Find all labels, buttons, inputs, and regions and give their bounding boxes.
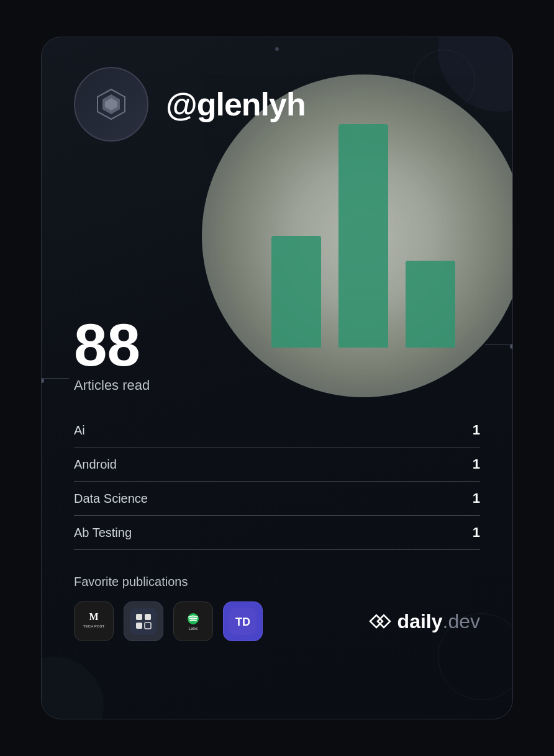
dev-word: .dev	[443, 610, 480, 633]
svg-rect-8	[145, 614, 151, 620]
topic-count-ai: 1	[473, 422, 480, 438]
svg-rect-6	[130, 608, 157, 635]
topic-count-android: 1	[473, 456, 480, 472]
side-dot-left	[41, 378, 44, 383]
articles-label: Articles read	[74, 377, 480, 394]
profile-header: @glenlyh	[74, 67, 480, 142]
publications-label: Favorite publications	[74, 575, 480, 589]
topic-item-data-science: Data Science 1	[74, 482, 480, 516]
top-center-dot	[275, 47, 279, 51]
profile-card: @glenlyh 88 Articles read Ai 1 Android 1…	[41, 37, 513, 719]
svg-text:TD: TD	[235, 616, 250, 628]
svg-text:M: M	[89, 611, 98, 622]
daily-dev-logo: daily.dev	[369, 610, 480, 633]
topic-item-ab-testing: Ab Testing 1	[74, 516, 480, 550]
pub-spotify-labs: Labs	[173, 601, 213, 641]
svg-rect-10	[145, 623, 151, 629]
username: @glenlyh	[166, 86, 306, 123]
daily-word: daily	[397, 610, 443, 633]
pub-medium-techpost: M TECH POST	[74, 601, 114, 641]
topic-name-ab-testing: Ab Testing	[74, 526, 132, 540]
svg-text:Labs: Labs	[188, 626, 198, 631]
daily-dev-text: daily.dev	[397, 610, 480, 633]
bar-chart	[271, 124, 455, 348]
side-dot-right	[510, 344, 513, 349]
svg-rect-9	[136, 623, 142, 629]
topic-name-android: Android	[74, 457, 117, 472]
bar-2	[338, 124, 388, 348]
svg-text:TECH POST: TECH POST	[83, 624, 105, 628]
pub-td: TD	[223, 601, 263, 641]
pub-polywork	[124, 601, 163, 641]
avatar-icon	[93, 86, 130, 123]
topic-count-data-science: 1	[473, 490, 480, 506]
side-line-right	[485, 344, 510, 344]
svg-rect-7	[136, 614, 142, 620]
topic-name-data-science: Data Science	[74, 492, 148, 506]
topic-item-ai: Ai 1	[74, 413, 480, 448]
articles-count: 88	[74, 315, 480, 375]
stats-section: 88 Articles read Ai 1 Android 1 Data Sci…	[74, 315, 480, 641]
topic-list: Ai 1 Android 1 Data Science 1 Ab Testing…	[74, 413, 480, 550]
topic-name-ai: Ai	[74, 423, 85, 438]
publications-row: M TECH POST	[74, 601, 480, 641]
topic-item-android: Android 1	[74, 448, 480, 482]
daily-dev-chevron-icon	[369, 613, 391, 630]
topic-count-ab-testing: 1	[473, 524, 480, 541]
avatar	[74, 67, 148, 142]
side-line-left	[44, 378, 69, 379]
